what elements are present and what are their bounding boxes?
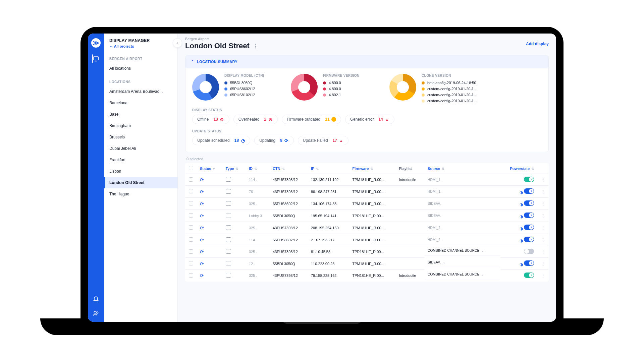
cell-actions[interactable]: ⋮ [537, 258, 549, 270]
row-more-icon[interactable]: ⋮ [541, 201, 545, 206]
col-status[interactable]: Status ▾ [197, 163, 222, 174]
sidebar-item-all-locations[interactable]: All locations [104, 63, 177, 74]
cell-checkbox[interactable] [185, 210, 197, 222]
table-row[interactable]: ⟳Lobby 355BDL3050Q195.65.194.141TPR181HE… [185, 210, 549, 222]
cell-checkbox[interactable] [185, 270, 197, 282]
cell-source[interactable]: SIDEAV. ⌄ [424, 258, 500, 267]
collapse-sidebar-button[interactable]: ‹ [173, 38, 182, 48]
col-ctn[interactable]: CTN ⇅ [269, 163, 308, 174]
select-all-checkbox[interactable] [189, 166, 193, 170]
power-toggle[interactable] [524, 200, 534, 206]
power-toggle[interactable] [524, 213, 534, 218]
status-pill[interactable]: Update Failed17 ▲ [298, 136, 348, 145]
table-row[interactable]: ⟳325 .43PUS7393/12208.195.254.150TPM181H… [185, 222, 549, 234]
col-id[interactable]: ID ⇅ [246, 163, 269, 174]
row-more-icon[interactable]: ⋮ [541, 177, 545, 182]
power-toggle[interactable] [524, 237, 534, 242]
row-checkbox[interactable] [189, 261, 193, 265]
cell-checkbox[interactable] [185, 222, 197, 234]
table-row[interactable]: ⟳114 .55PUS8602/122.167.193.217TPM181HE_… [185, 234, 549, 246]
table-row[interactable]: ⟳12 .55BDL3050Q110.223.90.28TPM181HE_R.0… [185, 258, 549, 270]
row-more-icon[interactable]: ⋮ [541, 273, 545, 278]
power-toggle[interactable] [524, 225, 534, 230]
sidebar-item-location[interactable]: Lisbon [104, 166, 177, 177]
power-toggle[interactable] [524, 249, 534, 254]
cell-actions[interactable]: ⋮ [537, 246, 549, 258]
row-more-icon[interactable]: ⋮ [541, 213, 545, 219]
cell-powerstate[interactable] [500, 246, 537, 258]
cell-powerstate[interactable]: ◑ [500, 234, 537, 246]
back-to-projects-link[interactable]: ← All projects [109, 44, 172, 48]
cell-checkbox[interactable] [185, 198, 197, 210]
cell-checkbox[interactable] [185, 174, 197, 186]
cell-powerstate[interactable] [500, 174, 537, 186]
row-checkbox[interactable] [189, 237, 193, 242]
legend-item[interactable]: custom-config-2019-01-20-1... [422, 99, 477, 103]
cell-actions[interactable]: ⋮ [537, 198, 549, 210]
table-row[interactable]: ⟳325 .43PUS7393/1281.10.45.58TPR181HE_R.… [185, 246, 549, 258]
cell-powerstate[interactable] [500, 270, 537, 282]
legend-item[interactable]: 55BDL3050Q [224, 81, 275, 85]
row-more-icon[interactable]: ⋮ [541, 261, 545, 266]
cell-actions[interactable]: ⋮ [537, 210, 549, 222]
legend-item[interactable]: custom-config-2019-01-20-1... [422, 93, 477, 97]
row-checkbox[interactable] [189, 249, 193, 254]
sidebar-item-location[interactable]: London Old Street [104, 177, 177, 188]
power-toggle[interactable] [524, 188, 534, 194]
cell-powerstate[interactable]: ◑ [500, 258, 537, 270]
legend-item[interactable]: 65PUS8602/12 [224, 87, 275, 91]
legend-item[interactable]: 4.800.0 [323, 87, 373, 91]
cell-checkbox[interactable] [185, 258, 197, 270]
cell-powerstate[interactable]: ◑ [500, 198, 537, 210]
legend-item[interactable]: beta-config-2019-06-24-18:50 [422, 81, 477, 85]
sidebar-item-location[interactable]: Brussels [104, 131, 177, 143]
cell-powerstate[interactable]: ◑ [500, 210, 537, 222]
cell-powerstate[interactable]: ◑ [500, 186, 537, 198]
row-more-icon[interactable]: ⋮ [541, 189, 545, 194]
app-logo-icon[interactable]: ≫ [91, 38, 101, 48]
col-source[interactable]: Source ⇅ [424, 163, 500, 174]
table-row[interactable]: ⟳325 .43PUS7393/1279.158.225.162TPN181HE… [185, 270, 549, 282]
table-row[interactable]: ⟳7643PUS7393/1286.198.247.251TPM181HE_R.… [185, 186, 549, 198]
legend-item[interactable]: 65PUS8102/12 [224, 93, 275, 97]
status-pill[interactable]: Firmware outdated11 [282, 115, 341, 124]
cell-powerstate[interactable]: ◑ [500, 222, 537, 234]
row-more-icon[interactable]: ⋮ [541, 225, 545, 231]
table-row[interactable]: ⟳325 .65PUS8602/12134.106.174.83TPM181HE… [185, 198, 549, 210]
cell-checkbox[interactable] [185, 246, 197, 258]
cell-actions[interactable]: ⋮ [537, 186, 549, 198]
sidebar-item-location[interactable]: Dubai Jebel Ali [104, 143, 177, 154]
row-checkbox[interactable] [189, 273, 193, 278]
legend-item[interactable]: 4.800.0 [323, 81, 373, 85]
cell-source[interactable]: COMBINED CHANNEL SOURCE ⌄ [424, 270, 500, 279]
notifications-nav-icon[interactable] [92, 295, 100, 302]
cell-checkbox[interactable] [185, 186, 197, 198]
cell-actions[interactable]: ⋮ [537, 270, 549, 282]
legend-item[interactable]: custom-config-2019-01-20-1... [422, 87, 477, 91]
table-row[interactable]: ⟳114 .43PUS7393/12132.130.211.192TPM181H… [185, 174, 549, 186]
power-toggle[interactable] [524, 177, 534, 182]
status-pill[interactable]: Updating8 ⟳ [254, 136, 294, 145]
row-checkbox[interactable] [189, 225, 193, 230]
cell-checkbox[interactable] [185, 234, 197, 246]
power-toggle[interactable] [524, 260, 534, 266]
page-more-icon[interactable]: ⋮ [253, 43, 258, 49]
sidebar-item-location[interactable]: Frankfurt [104, 154, 177, 166]
row-checkbox[interactable] [189, 213, 193, 218]
sidebar-item-location[interactable]: Birmingham [104, 120, 177, 131]
cell-actions[interactable]: ⋮ [537, 234, 549, 246]
users-nav-icon[interactable] [92, 310, 100, 317]
cell-actions[interactable]: ⋮ [537, 174, 549, 186]
displays-nav-icon[interactable] [92, 55, 100, 62]
row-checkbox[interactable] [189, 201, 193, 205]
power-toggle[interactable] [524, 273, 534, 278]
add-display-button[interactable]: Add display [526, 42, 549, 46]
col-ip[interactable]: IP ⇅ [308, 163, 349, 174]
sidebar-item-location[interactable]: Barcelona [104, 97, 177, 109]
row-more-icon[interactable]: ⋮ [541, 237, 545, 243]
status-pill[interactable]: Offline13 ⊘ [192, 115, 229, 124]
status-pill[interactable]: Overheated2 ⊘ [233, 115, 278, 124]
cell-source[interactable]: COMBINED CHANNEL SOURCE ⌄ [424, 246, 500, 255]
col-type[interactable]: Type ⇅ [222, 163, 246, 174]
sidebar-item-location[interactable]: The Hague [104, 188, 177, 200]
